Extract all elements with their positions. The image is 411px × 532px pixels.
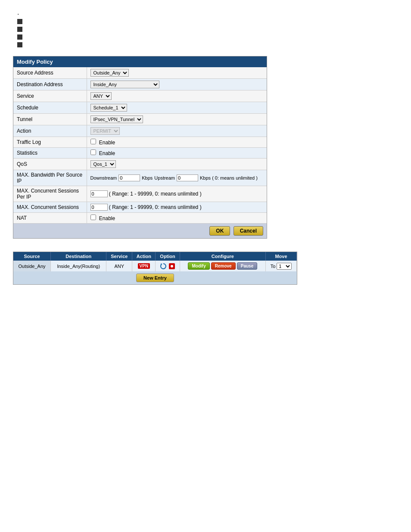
new-entry-row: New Entry: [13, 271, 297, 284]
service-cell: ANY: [87, 90, 267, 102]
policy-form-table: Source Address Outside_Any Destination A…: [13, 67, 267, 224]
action-row: Action PERMIT: [13, 125, 267, 137]
downstream-unit: Kbps: [142, 175, 153, 180]
row-destination: Inside_Any(Routing): [51, 261, 106, 271]
form-footer: OK Cancel: [13, 224, 267, 238]
move-to-select[interactable]: 1: [277, 263, 292, 270]
qos-cell: Qos_1: [87, 159, 267, 170]
statistics-checkbox[interactable]: [90, 149, 96, 155]
destination-address-row: Destination Address Inside_Any: [13, 79, 267, 90]
policy-table-header-row: Source Destination Service Action Option…: [13, 252, 297, 261]
max-sessions-label: MAX. Concurrent Sessions: [13, 202, 87, 213]
qos-select[interactable]: Qos_1: [90, 160, 116, 168]
col-action: Action: [132, 252, 156, 261]
statistics-row: Statistics Enable: [13, 148, 267, 159]
max-sessions-per-ip-label: MAX. Concurrent Sessions Per IP: [13, 186, 87, 202]
schedule-label: Schedule: [13, 102, 87, 114]
traffic-log-cell: Enable: [87, 137, 267, 148]
tunnel-row: Tunnel IPsec_VPN_Tunnel: [13, 114, 267, 125]
destination-address-cell: Inside_Any: [87, 79, 267, 90]
bullet-square-3: [17, 34, 398, 40]
nat-enable-label: Enable: [99, 215, 115, 221]
nat-row: NAT Enable: [13, 213, 267, 224]
bullet-list: .: [13, 9, 398, 47]
move-to-label: To: [271, 264, 276, 269]
bullet-square-2: [17, 27, 398, 32]
destination-address-select[interactable]: Inside_Any: [90, 81, 159, 88]
traffic-log-checkbox[interactable]: [90, 139, 96, 144]
cancel-button[interactable]: Cancel: [234, 226, 263, 236]
qos-row: QoS Qos_1: [13, 159, 267, 170]
row-service: ANY: [106, 261, 132, 271]
pause-button[interactable]: Pause: [237, 262, 257, 270]
refresh-icon[interactable]: [160, 263, 167, 270]
source-address-cell: Outside_Any: [87, 67, 267, 79]
nat-cell: Enable: [87, 213, 267, 224]
policy-list-table: Source Destination Service Action Option…: [13, 252, 297, 271]
bullet-square-1: [17, 19, 398, 24]
downstream-label: Downstream: [90, 175, 117, 180]
table-row: Outside_Any Inside_Any(Routing) ANY VPN: [13, 261, 297, 271]
traffic-log-row: Traffic Log Enable: [13, 137, 267, 148]
statistics-cell: Enable: [87, 148, 267, 159]
col-destination: Destination: [51, 252, 106, 261]
statistics-enable-label: Enable: [99, 150, 115, 156]
modify-policy-title: Modify Policy: [13, 56, 267, 67]
policy-list-container: Source Destination Service Action Option…: [13, 252, 297, 285]
upstream-input[interactable]: [177, 174, 198, 181]
col-configure: Configure: [180, 252, 265, 261]
schedule-select[interactable]: Schedule_1: [90, 104, 127, 112]
traffic-log-label: Traffic Log: [13, 137, 87, 148]
bullet-dot: .: [17, 9, 398, 16]
col-move: Move: [266, 252, 297, 261]
qos-label: QoS: [13, 159, 87, 170]
max-bandwidth-label: MAX. Bandwidth Per Source IP: [13, 170, 87, 186]
max-sessions-per-ip-input[interactable]: [90, 190, 108, 197]
statistics-label: Statistics: [13, 148, 87, 159]
max-bandwidth-cell: Downstream Kbps Upstream Kbps ( 0: means…: [87, 170, 267, 186]
action-cell: PERMIT: [87, 125, 267, 137]
remove-button[interactable]: Remove: [211, 262, 236, 270]
row-configure: Modify Remove Pause: [180, 261, 265, 271]
nat-checkbox[interactable]: [90, 215, 96, 220]
col-source: Source: [13, 252, 51, 261]
upstream-unit: Kbps ( 0: means unlimited ): [200, 175, 258, 180]
row-option: [156, 261, 180, 271]
tunnel-select[interactable]: IPsec_VPN_Tunnel: [90, 115, 143, 123]
ok-button[interactable]: OK: [209, 226, 230, 236]
nat-label: NAT: [13, 213, 87, 224]
config-icon[interactable]: [168, 263, 175, 270]
max-sessions-per-ip-cell: ( Range: 1 - 99999, 0: means unlimited ): [87, 186, 267, 202]
modify-policy-panel: Modify Policy Source Address Outside_Any…: [13, 56, 267, 239]
action-select[interactable]: PERMIT: [90, 127, 120, 135]
downstream-input[interactable]: [118, 174, 140, 181]
service-select[interactable]: ANY: [90, 92, 112, 100]
max-sessions-input[interactable]: [90, 204, 108, 211]
max-sessions-range: ( Range: 1 - 99999, 0: means unlimited ): [109, 204, 202, 210]
row-source: Outside_Any: [13, 261, 51, 271]
max-sessions-per-ip-row: MAX. Concurrent Sessions Per IP ( Range:…: [13, 186, 267, 202]
schedule-row: Schedule Schedule_1: [13, 102, 267, 114]
square-icon-1: [17, 19, 22, 24]
source-address-select[interactable]: Outside_Any: [90, 69, 129, 77]
source-address-row: Source Address Outside_Any: [13, 67, 267, 79]
col-option: Option: [156, 252, 180, 261]
modify-button[interactable]: Modify: [188, 262, 209, 270]
traffic-log-enable-label: Enable: [99, 140, 115, 146]
max-sessions-row: MAX. Concurrent Sessions ( Range: 1 - 99…: [13, 202, 267, 213]
square-icon-2: [17, 27, 22, 32]
col-service: Service: [106, 252, 132, 261]
row-move: To 1: [266, 261, 297, 271]
row-action: VPN: [132, 261, 156, 271]
source-address-label: Source Address: [13, 67, 87, 79]
upstream-label: Upstream: [154, 175, 175, 180]
bullet-square-4: [17, 42, 398, 47]
tunnel-label: Tunnel: [13, 114, 87, 125]
square-icon-4: [17, 42, 22, 47]
tunnel-cell: IPsec_VPN_Tunnel: [87, 114, 267, 125]
svg-point-2: [171, 265, 173, 268]
new-entry-button[interactable]: New Entry: [136, 274, 174, 282]
max-bandwidth-row: MAX. Bandwidth Per Source IP Downstream …: [13, 170, 267, 186]
service-label: Service: [13, 90, 87, 102]
vpn-badge: VPN: [138, 263, 150, 269]
